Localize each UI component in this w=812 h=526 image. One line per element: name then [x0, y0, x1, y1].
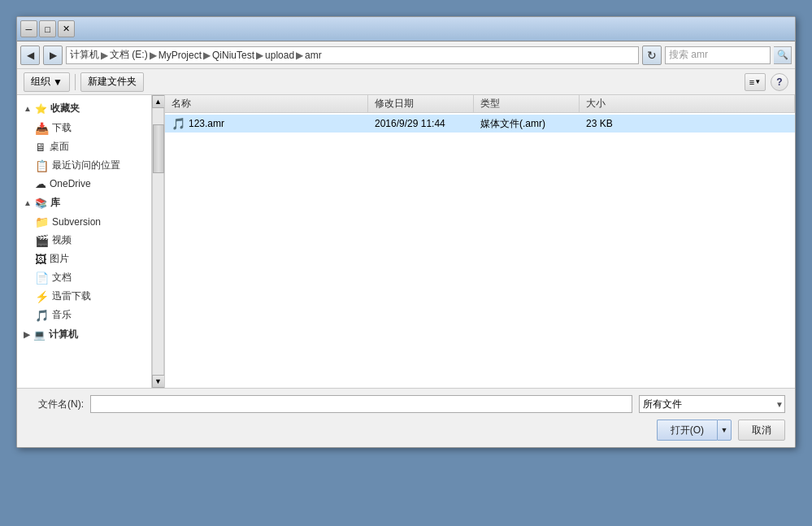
col-header-name[interactable]: 名称 — [165, 95, 368, 112]
file-icon: 🎵 — [172, 117, 185, 130]
sidebar-section-favorites[interactable]: ▲ ⭐ 收藏夹 — [17, 98, 151, 119]
music-label: 音乐 — [52, 308, 72, 322]
col-header-date[interactable]: 修改日期 — [368, 95, 474, 112]
sidebar-item-onedrive[interactable]: ☁ OneDrive — [17, 175, 151, 193]
path-computer: 计算机 — [70, 48, 99, 62]
file-list-area: 名称 修改日期 类型 大小 🎵 123.amr — [165, 95, 795, 388]
open-button-label: 打开(O) — [671, 424, 704, 436]
path-sep-3: ▶ — [203, 50, 211, 61]
cancel-button-label: 取消 — [752, 424, 771, 436]
thunder-label: 迅雷下载 — [52, 289, 91, 303]
sidebar-section-library[interactable]: ▲ 📚 库 — [17, 193, 151, 213]
file-open-dialog: ─ □ ✕ ◀ ▶ 计算机 ▶ 文档 (E:) ▶ MyProject ▶ Qi… — [16, 16, 796, 448]
open-dropdown-button[interactable]: ▼ — [717, 419, 732, 441]
search-icon-button[interactable]: 🔍 — [774, 46, 792, 64]
cancel-button[interactable]: 取消 — [738, 419, 785, 441]
filename-row: 文件名(N): 所有文件 ▼ — [27, 395, 785, 413]
sidebar-item-subversion[interactable]: 📁 Subversion — [17, 213, 151, 231]
sidebar-item-thunder[interactable]: ⚡ 迅雷下载 — [17, 287, 151, 306]
thunder-icon: ⚡ — [35, 290, 49, 303]
onedrive-icon: ☁ — [35, 177, 46, 190]
documents-label: 文档 — [52, 271, 72, 285]
file-name-cell: 🎵 123.amr — [165, 117, 368, 130]
search-placeholder: 搜索 amr — [669, 48, 708, 62]
organize-label: 组织 — [31, 75, 50, 89]
scrollbar-track-area — [152, 108, 164, 375]
col-size-label: 大小 — [586, 97, 606, 111]
sidebar-item-desktop[interactable]: 🖥 桌面 — [17, 137, 151, 156]
downloads-icon: 📥 — [35, 122, 49, 135]
search-input[interactable]: 搜索 amr — [665, 46, 771, 64]
table-row[interactable]: 🎵 123.amr 2016/9/29 11:44 媒体文件(.amr) 23 … — [165, 115, 795, 133]
path-sep-4: ▶ — [256, 50, 263, 61]
recent-label: 最近访问的位置 — [52, 159, 120, 172]
sidebar-section-computer[interactable]: ▶ 💻 计算机 — [17, 324, 151, 345]
sidebar-item-downloads[interactable]: 📥 下载 — [17, 119, 151, 137]
filename-input[interactable] — [90, 395, 632, 413]
sidebar-item-documents[interactable]: 📄 文档 — [17, 268, 151, 287]
view-arrow-icon: ▼ — [754, 78, 761, 85]
path-upload: upload — [265, 50, 294, 61]
file-list-header: 名称 修改日期 类型 大小 — [165, 95, 795, 113]
recent-icon: 📋 — [35, 159, 49, 172]
address-path[interactable]: 计算机 ▶ 文档 (E:) ▶ MyProject ▶ QiNiuTest ▶ … — [66, 46, 639, 64]
library-collapse-icon: ▲ — [24, 198, 32, 207]
forward-button[interactable]: ▶ — [43, 46, 63, 65]
col-header-size[interactable]: 大小 — [580, 95, 795, 112]
filename-label: 文件名(N): — [27, 398, 84, 411]
music-icon: 🎵 — [35, 309, 49, 322]
subversion-icon: 📁 — [35, 215, 49, 228]
col-header-type[interactable]: 类型 — [474, 95, 580, 112]
col-date-label: 修改日期 — [375, 97, 414, 111]
maximize-button[interactable]: □ — [39, 20, 56, 37]
close-button[interactable]: ✕ — [58, 20, 75, 37]
library-icon: 📚 — [35, 198, 47, 209]
sidebar-scrollbar[interactable]: ▲ ▼ — [151, 95, 164, 388]
new-folder-button[interactable]: 新建文件夹 — [80, 72, 144, 92]
organize-button[interactable]: 组织 ▼ — [24, 72, 70, 92]
toolbar: 组织 ▼ 新建文件夹 ≡ ▼ ? — [17, 69, 795, 95]
computer-collapse-icon: ▶ — [24, 330, 30, 339]
title-bar: ─ □ ✕ — [17, 17, 795, 41]
favorites-icon: ⭐ — [35, 103, 47, 115]
open-button-group: 打开(O) ▼ — [657, 419, 732, 441]
sidebar-item-music[interactable]: 🎵 音乐 — [17, 306, 151, 324]
view-button[interactable]: ≡ ▼ — [745, 73, 766, 91]
path-sep-1: ▶ — [101, 50, 108, 61]
back-button[interactable]: ◀ — [20, 46, 40, 65]
open-button[interactable]: 打开(O) — [657, 419, 717, 441]
library-label: 库 — [50, 196, 60, 210]
help-button[interactable]: ? — [771, 73, 788, 91]
col-name-label: 名称 — [172, 97, 191, 111]
scrollbar-thumb[interactable] — [153, 124, 164, 173]
favorites-label: 收藏夹 — [50, 102, 80, 115]
images-label: 图片 — [50, 252, 69, 266]
desktop-label: 桌面 — [50, 140, 69, 154]
refresh-button[interactable]: ↻ — [642, 46, 662, 65]
desktop-icon: 🖥 — [35, 141, 46, 154]
computer-icon: 💻 — [33, 329, 46, 341]
sidebar: ▲ ⭐ 收藏夹 📥 下载 🖥 桌面 📋 最近访问的位置 — [17, 95, 165, 388]
file-date: 2016/9/29 11:44 — [375, 118, 445, 129]
scrollbar-down-button[interactable]: ▼ — [152, 375, 165, 388]
new-folder-label: 新建文件夹 — [88, 75, 137, 89]
computer-label: 计算机 — [49, 328, 78, 341]
subversion-label: Subversion — [52, 216, 101, 228]
sidebar-item-images[interactable]: 🖼 图片 — [17, 250, 151, 268]
scrollbar-up-button[interactable]: ▲ — [152, 95, 165, 108]
file-date-cell: 2016/9/29 11:44 — [368, 118, 474, 129]
path-docs: 文档 (E:) — [110, 48, 148, 62]
sidebar-item-video[interactable]: 🎬 视频 — [17, 231, 151, 250]
favorites-collapse-icon: ▲ — [24, 104, 32, 113]
minimize-button[interactable]: ─ — [20, 20, 37, 37]
path-project: MyProject — [158, 50, 202, 61]
path-sep-5: ▶ — [296, 50, 303, 61]
filetype-select[interactable]: 所有文件 — [639, 395, 785, 413]
sidebar-scroll: ▲ ⭐ 收藏夹 📥 下载 🖥 桌面 📋 最近访问的位置 — [17, 95, 151, 388]
sidebar-item-recent[interactable]: 📋 最近访问的位置 — [17, 156, 151, 175]
toolbar-separator — [75, 74, 76, 90]
path-qiniu: QiNiuTest — [212, 50, 254, 61]
file-name: 123.amr — [189, 118, 224, 129]
bottom-bar: 文件名(N): 所有文件 ▼ 打开(O) ▼ 取消 — [17, 388, 795, 447]
downloads-label: 下载 — [52, 121, 72, 135]
